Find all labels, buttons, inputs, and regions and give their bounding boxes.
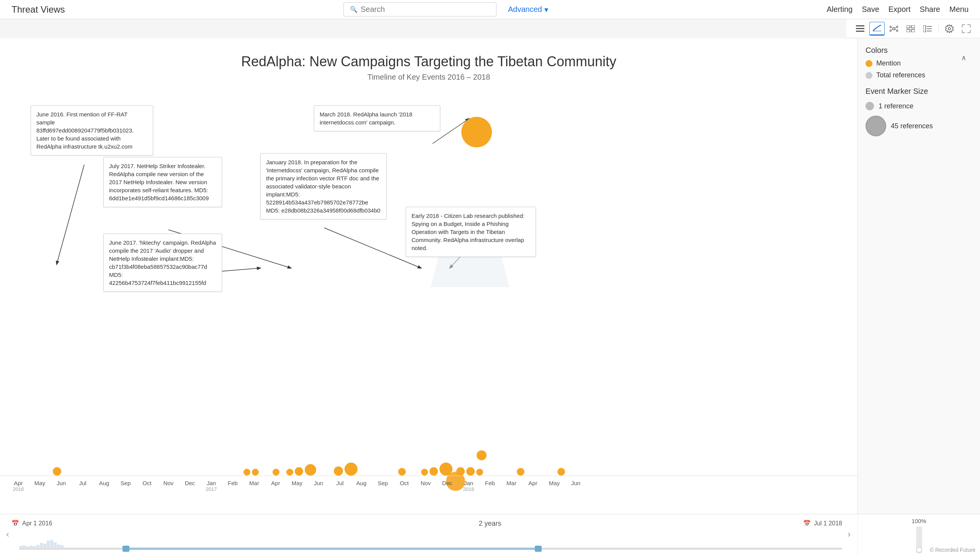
brand-logo: Threat Views <box>0 4 77 15</box>
marker-jan-2018-1 <box>421 469 428 476</box>
search-area: 🔍 Advanced ▾ <box>77 2 815 16</box>
svg-rect-2 <box>856 31 864 32</box>
svg-point-8 <box>897 30 898 31</box>
label-sep-2017: Sep <box>372 480 394 486</box>
svg-rect-0 <box>856 25 864 26</box>
advanced-button[interactable]: Advanced ▾ <box>508 5 548 14</box>
svg-point-5 <box>890 26 891 28</box>
advanced-label: Advanced <box>508 5 542 14</box>
alerting-button[interactable]: Alerting <box>826 5 853 14</box>
marker-apr-2018 <box>517 468 524 476</box>
marker-jan-2018-2 <box>430 467 438 476</box>
range-handle-left[interactable] <box>122 546 129 552</box>
svg-point-6 <box>897 26 898 28</box>
settings-button[interactable] <box>942 22 957 36</box>
label-jul-2016: Jul <box>72 480 93 486</box>
marker-jun-2016 <box>53 467 61 476</box>
zoom-slider[interactable] <box>916 527 922 553</box>
label-oct-2016: Oct <box>136 480 158 486</box>
export-button[interactable]: Export <box>889 5 911 14</box>
share-button[interactable]: Share <box>920 5 940 14</box>
marker-mar-2018-elevated <box>477 450 487 460</box>
chart-area: RedAlpha: New Campaigns Targeting the Ti… <box>0 38 858 514</box>
large-event-marker <box>461 117 492 147</box>
label-jun-2016: Jun <box>51 480 72 486</box>
end-date-label[interactable]: Jul 1 2018 <box>814 520 842 527</box>
marker-nov-2017 <box>398 468 406 476</box>
search-icon: 🔍 <box>350 6 358 13</box>
label-feb-2018: Feb <box>479 480 501 486</box>
svg-rect-17 <box>923 25 926 32</box>
svg-rect-13 <box>906 25 910 28</box>
svg-rect-15 <box>906 29 910 32</box>
bottom-bar: ‹ 📅 Apr 1 2016 2 years 📅 Jul 1 2018 <box>0 514 980 556</box>
label-apr-2016: Apr2016 <box>8 480 29 492</box>
chart-view-button[interactable] <box>869 22 885 36</box>
label-dec-2016: Dec <box>179 480 201 486</box>
large-marker-example <box>866 116 886 136</box>
label-jan-2018: Jan2018 <box>458 480 479 492</box>
copyright-text: © Recorded Future <box>930 547 975 553</box>
marker-mar-2018-2 <box>476 469 483 476</box>
label-jan-2017: Jan2017 <box>201 480 222 492</box>
small-marker-example <box>866 102 874 110</box>
legend-mention: Mention <box>866 59 972 67</box>
chevron-down-icon: ▾ <box>544 5 548 14</box>
mention-label: Mention <box>876 59 901 67</box>
chart-title: RedAlpha: New Campaigns Targeting the Ti… <box>0 38 858 70</box>
annotation-citizen-lab: Early 2018 - Citizen Lab research publis… <box>406 207 536 257</box>
right-panel: Colors ∧ Mention Total references Event … <box>858 38 980 518</box>
label-feb-2017: Feb <box>222 480 243 486</box>
search-box[interactable]: 🔍 <box>343 2 497 16</box>
timeline-next-button[interactable]: › <box>844 526 854 543</box>
label-nov-2016: Nov <box>158 480 179 486</box>
size-1-reference: 1 reference <box>866 102 972 110</box>
marker-jun-2017-1 <box>286 469 293 476</box>
list-view-button[interactable] <box>853 22 868 36</box>
expand-button[interactable] <box>959 22 974 36</box>
size-1-label: 1 reference <box>879 102 913 110</box>
svg-point-4 <box>893 28 895 30</box>
size-45-references: 45 references <box>866 116 972 136</box>
annotation-july-2017-nethelp: July 2017. NetHelp Striker Infostealer. … <box>103 157 222 207</box>
search-input[interactable] <box>361 5 490 14</box>
svg-rect-16 <box>911 29 915 32</box>
range-handle-right[interactable] <box>535 546 542 552</box>
label-sep-2016: Sep <box>115 480 136 486</box>
total-refs-color-swatch <box>866 72 872 79</box>
top-navigation: Threat Views 🔍 Advanced ▾ Alerting Save … <box>0 0 980 19</box>
svg-rect-1 <box>856 28 864 29</box>
total-references-label: Total references <box>876 71 925 79</box>
chart-subtitle: Timeline of Key Events 2016 – 2018 <box>0 73 858 82</box>
mention-color-swatch <box>866 60 872 67</box>
grid-view-button[interactable] <box>903 22 918 36</box>
svg-point-7 <box>890 30 891 31</box>
colors-section-title: Colors <box>866 46 972 55</box>
label-aug-2017: Aug <box>351 480 372 486</box>
timeline-prev-button[interactable]: ‹ <box>3 526 12 543</box>
marker-aug-2017-2 <box>345 463 358 476</box>
calendar-start-icon: 📅 <box>11 520 19 527</box>
marker-mar-2018-1 <box>466 467 475 476</box>
view-toolbar <box>846 19 980 38</box>
annotation-mar-2018: March 2018. RedAlpha launch '2018 intern… <box>314 105 440 131</box>
start-date-label[interactable]: Apr 1 2016 <box>22 520 52 527</box>
size-45-label: 45 references <box>891 122 933 130</box>
marker-feb-2018-3 <box>456 467 465 476</box>
size-section-title: Event Marker Size <box>866 87 972 96</box>
label-mar-2017: Mar <box>243 480 265 486</box>
menu-button[interactable]: Menu <box>949 5 969 14</box>
annotation-june-2017-hktechy: June 2017. 'hktechy' campaign. RedAlpha … <box>103 234 222 292</box>
detail-view-button[interactable] <box>920 22 935 36</box>
collapse-panel-button[interactable]: ∧ <box>961 54 966 62</box>
network-view-button[interactable] <box>886 22 902 36</box>
label-may-2017: May <box>286 480 308 486</box>
label-jun-2017: Jun <box>308 480 329 486</box>
timeline-axis: Apr2016 May Jun Jul Aug Sep Oct Nov Dec … <box>0 476 858 514</box>
label-apr-2018: Apr <box>522 480 544 486</box>
marker-jun-2017-2 <box>295 467 303 476</box>
annotation-jan-2018: January 2018. In preparation for the 'in… <box>260 153 387 219</box>
annotation-june-2016: June 2016. First mention of FF-RAT sampl… <box>31 105 153 155</box>
save-button[interactable]: Save <box>862 5 879 14</box>
label-oct-2017: Oct <box>394 480 415 486</box>
